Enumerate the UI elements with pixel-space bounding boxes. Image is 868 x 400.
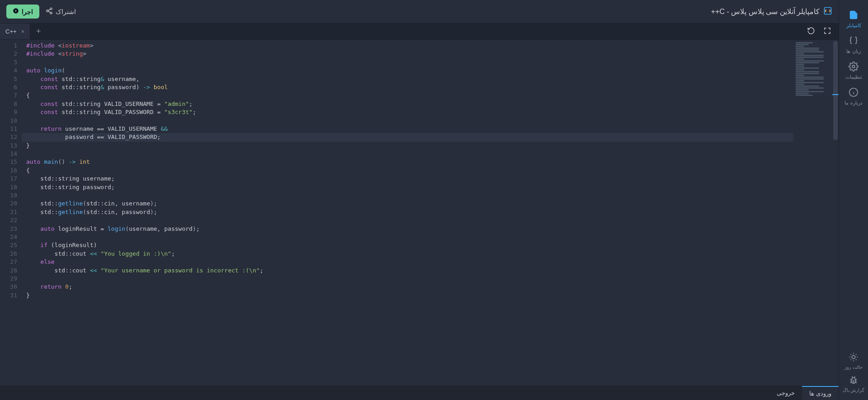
code-content[interactable]: #include <iostream>#include <string>auto…: [22, 40, 839, 386]
share-label: اشتراک: [56, 8, 76, 15]
line-gutter: 1234567891011121314151617181920212223242…: [0, 40, 22, 386]
run-button[interactable]: اجرا: [6, 5, 39, 19]
gear-icon: [844, 62, 862, 72]
code-editor[interactable]: 1234567891011121314151617181920212223242…: [0, 40, 839, 386]
main-area: کامپایلر آنلاین سی پلاس پلاس - C++ اشترا…: [0, 0, 839, 400]
svg-point-8: [47, 10, 48, 12]
scroll-marker: [832, 94, 839, 95]
editor-tab[interactable]: C++×: [0, 24, 30, 39]
svg-point-4: [852, 355, 855, 358]
svg-point-9: [50, 12, 52, 14]
tab-label: C++: [5, 28, 17, 35]
right-sidebar: کامپایلرزبان هاتنظیماتدرباره ما حالت روز…: [839, 0, 868, 400]
run-label: اجرا: [22, 8, 33, 15]
fullscreen-icon[interactable]: [823, 27, 831, 37]
sidebar-item-braces[interactable]: زبان ها: [844, 32, 862, 58]
page-title-text: کامپایلر آنلاین سی پلاس پلاس - C++: [711, 7, 820, 16]
logo-icon: [823, 6, 832, 17]
bug-icon: [843, 375, 865, 386]
svg-line-10: [48, 9, 51, 10]
close-icon[interactable]: ×: [21, 28, 25, 35]
sidebar-item-label: گزارش باگ: [843, 388, 865, 393]
reset-icon[interactable]: [807, 27, 815, 37]
share-icon: [46, 7, 53, 16]
svg-point-0: [852, 65, 855, 68]
info-icon: [844, 87, 862, 98]
minimap[interactable]: [794, 42, 837, 96]
sidebar-item-label: تنظیمات: [845, 74, 862, 80]
sun-icon: [843, 352, 865, 363]
code-file-icon: [844, 10, 862, 21]
sidebar-item-label: کامپایلر: [846, 23, 861, 28]
sidebar-item-info[interactable]: درباره ما: [844, 84, 862, 110]
bottom-tab[interactable]: ورودی ها: [802, 386, 839, 400]
svg-point-7: [50, 8, 52, 10]
sidebar-item-label: حالت روز: [844, 365, 863, 370]
new-tab-button[interactable]: +: [30, 24, 47, 39]
sidebar-item-code-file[interactable]: کامپایلر: [844, 6, 862, 32]
scrollbar-thumb[interactable]: [833, 41, 838, 140]
sidebar-item-label: زبان ها: [846, 48, 860, 54]
bottom-panel: ورودی هاخروجی: [0, 386, 839, 400]
sidebar-item-sun[interactable]: حالت روز: [843, 349, 865, 372]
bottom-tab[interactable]: خروجی: [769, 386, 802, 400]
share-button[interactable]: اشتراک: [46, 7, 76, 16]
play-icon: [13, 8, 19, 15]
braces-icon: [844, 36, 862, 47]
header: کامپایلر آنلاین سی پلاس پلاس - C++ اشترا…: [0, 0, 839, 24]
sidebar-item-label: درباره ما: [844, 100, 862, 105]
sidebar-item-bug[interactable]: گزارش باگ: [843, 372, 865, 395]
page-title: کامپایلر آنلاین سی پلاس پلاس - C++: [711, 6, 832, 17]
tabs-bar: C++× +: [0, 24, 839, 40]
scrollbar[interactable]: [832, 40, 839, 386]
sidebar-item-gear[interactable]: تنظیمات: [844, 58, 862, 84]
svg-line-11: [48, 11, 51, 13]
